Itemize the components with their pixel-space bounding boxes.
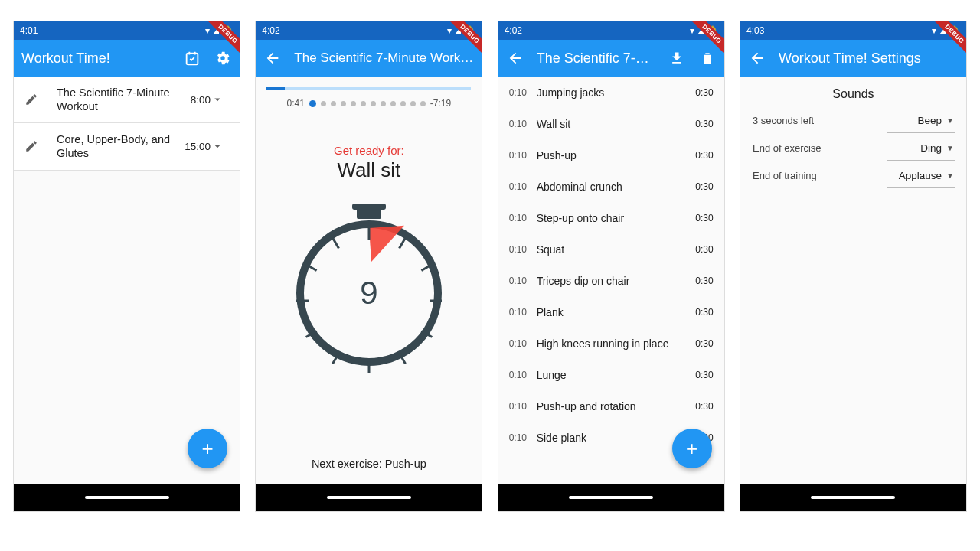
app-bar: The Scientific 7-Minute Workout bbox=[256, 40, 482, 77]
workout-row[interactable]: The Scientific 7-Minute Workout 8:00 bbox=[14, 77, 240, 123]
workout-name: Core, Upper-Body, and Glutes bbox=[57, 132, 178, 160]
step-dot bbox=[309, 100, 316, 107]
exercise-row[interactable]: 0:10Jumping jacks0:30 bbox=[498, 77, 724, 108]
exercise-duration: 0:30 bbox=[686, 119, 714, 129]
exercise-row[interactable]: 0:10Squat0:30 bbox=[498, 233, 724, 265]
stopwatch-icon[interactable]: 9 bbox=[256, 220, 482, 366]
workout-duration: 8:00 bbox=[178, 94, 211, 106]
caret-down-icon: ▼ bbox=[946, 171, 954, 180]
screen-settings: DEBUG 4:03 ▾ 🔔 Workout Time! Settings So… bbox=[740, 21, 966, 511]
status-bar: 4:02 ▾ 🔔 bbox=[256, 21, 482, 40]
wifi-icon: ▾ bbox=[932, 25, 936, 36]
screen-exercise-list: DEBUG 4:02 ▾ 🔔 The Scientific 7-Minu... … bbox=[498, 21, 724, 511]
setting-label: End of exercise bbox=[753, 142, 920, 154]
wifi-icon: ▾ bbox=[205, 25, 210, 36]
exercise-name: Plank bbox=[537, 306, 686, 318]
exercise-duration: 0:30 bbox=[686, 150, 714, 161]
caret-down-icon: ▼ bbox=[946, 144, 954, 152]
step-indicator: 0:41 -7:19 bbox=[256, 93, 482, 110]
progress-bar bbox=[266, 87, 471, 90]
exercise-row[interactable]: 0:10Wall sit0:30 bbox=[498, 108, 724, 139]
rest-duration: 0:10 bbox=[509, 150, 537, 161]
back-icon[interactable] bbox=[263, 49, 282, 67]
add-exercise-button[interactable]: + bbox=[672, 429, 712, 468]
exercise-duration: 0:30 bbox=[686, 213, 714, 223]
exercise-row[interactable]: 0:10Push-up and rotation0:30 bbox=[498, 390, 724, 422]
setting-dropdown[interactable]: Beep▼ bbox=[918, 115, 954, 126]
exercise-duration: 0:30 bbox=[686, 307, 714, 318]
chevron-down-icon[interactable] bbox=[211, 93, 229, 106]
page-title: Workout Time! Settings bbox=[779, 51, 959, 67]
exercise-name: Push-up bbox=[537, 149, 686, 161]
exercise-name: Side plank bbox=[537, 432, 686, 444]
exercise-row[interactable]: 0:10High knees running in place0:30 bbox=[498, 328, 724, 359]
exercise-row[interactable]: 0:10Abdominal crunch0:30 bbox=[498, 171, 724, 202]
wifi-icon: ▾ bbox=[447, 25, 452, 36]
exercise-duration: 0:30 bbox=[686, 370, 714, 380]
nav-bar bbox=[740, 484, 966, 511]
wifi-icon: ▾ bbox=[690, 25, 694, 36]
screen-timer: DEBUG 4:02 ▾ 🔔 The Scientific 7-Minute W… bbox=[256, 21, 482, 511]
status-bar: 4:03 ▾ 🔔 bbox=[740, 21, 966, 40]
chevron-down-icon[interactable] bbox=[211, 139, 229, 153]
rest-duration: 0:10 bbox=[509, 87, 537, 98]
current-exercise: Wall sit bbox=[256, 158, 482, 182]
page-title: The Scientific 7-Minu... bbox=[537, 51, 655, 67]
download-icon[interactable] bbox=[668, 49, 686, 67]
countdown-number: 9 bbox=[360, 275, 377, 311]
setting-dropdown[interactable]: Ding▼ bbox=[920, 142, 954, 154]
edit-icon[interactable] bbox=[24, 139, 43, 153]
exercise-row[interactable]: 0:10Step-up onto chair0:30 bbox=[498, 202, 724, 233]
next-exercise-label: Next exercise: Push-up bbox=[256, 458, 482, 470]
workout-row[interactable]: Core, Upper-Body, and Glutes 15:00 bbox=[14, 123, 240, 170]
workout-duration: 15:00 bbox=[178, 141, 211, 152]
setting-value: Applause bbox=[899, 170, 942, 181]
edit-icon[interactable] bbox=[24, 93, 43, 106]
exercise-name: Lunge bbox=[537, 369, 686, 381]
settings-icon[interactable] bbox=[214, 49, 232, 67]
exercise-name: Squat bbox=[537, 243, 686, 256]
nav-bar bbox=[256, 484, 482, 511]
ready-label: Get ready for: bbox=[256, 144, 482, 157]
rest-duration: 0:10 bbox=[509, 181, 537, 192]
delete-icon[interactable] bbox=[698, 49, 717, 67]
exercise-row[interactable]: 0:10Lunge0:30 bbox=[498, 359, 724, 390]
exercise-duration: 0:30 bbox=[686, 181, 714, 192]
exercise-duration: 0:30 bbox=[686, 244, 714, 255]
rest-duration: 0:10 bbox=[509, 338, 537, 349]
setting-row: 3 seconds leftBeep▼ bbox=[740, 107, 966, 134]
setting-label: End of training bbox=[753, 170, 899, 181]
status-bar: 4:01 ▾ 🔔 bbox=[14, 21, 240, 40]
exercise-row[interactable]: 0:10Plank0:30 bbox=[498, 296, 724, 328]
app-bar: Workout Time! Settings bbox=[740, 40, 966, 77]
exercise-row[interactable]: 0:10Triceps dip on chair0:30 bbox=[498, 265, 724, 296]
add-workout-button[interactable]: + bbox=[188, 429, 227, 468]
nav-bar bbox=[498, 484, 724, 511]
exercise-name: Jumping jacks bbox=[537, 86, 686, 99]
back-icon[interactable] bbox=[748, 49, 766, 67]
page-title: Workout Time! bbox=[21, 51, 171, 67]
setting-value: Ding bbox=[920, 142, 942, 154]
back-icon[interactable] bbox=[506, 49, 524, 67]
rest-duration: 0:10 bbox=[509, 244, 537, 255]
remaining-time: -7:19 bbox=[430, 98, 451, 109]
rest-duration: 0:10 bbox=[509, 119, 537, 129]
exercise-row[interactable]: 0:10Push-up0:30 bbox=[498, 139, 724, 171]
setting-row: End of trainingApplause▼ bbox=[740, 162, 966, 189]
setting-value: Beep bbox=[918, 115, 942, 126]
exercise-name: Abdominal crunch bbox=[537, 181, 686, 193]
exercise-duration: 0:30 bbox=[686, 87, 714, 98]
app-bar: The Scientific 7-Minu... bbox=[498, 40, 724, 77]
history-icon[interactable] bbox=[183, 49, 201, 67]
rest-duration: 0:10 bbox=[509, 370, 537, 380]
clock: 4:03 bbox=[746, 25, 764, 36]
nav-bar bbox=[14, 484, 240, 511]
setting-row: End of exerciseDing▼ bbox=[740, 135, 966, 161]
clock: 4:02 bbox=[262, 25, 279, 36]
setting-label: 3 seconds left bbox=[753, 115, 918, 126]
app-bar: Workout Time! bbox=[14, 40, 240, 77]
exercise-name: Triceps dip on chair bbox=[537, 275, 686, 287]
exercise-name: High knees running in place bbox=[537, 337, 686, 350]
rest-duration: 0:10 bbox=[509, 432, 537, 443]
setting-dropdown[interactable]: Applause▼ bbox=[899, 170, 954, 181]
